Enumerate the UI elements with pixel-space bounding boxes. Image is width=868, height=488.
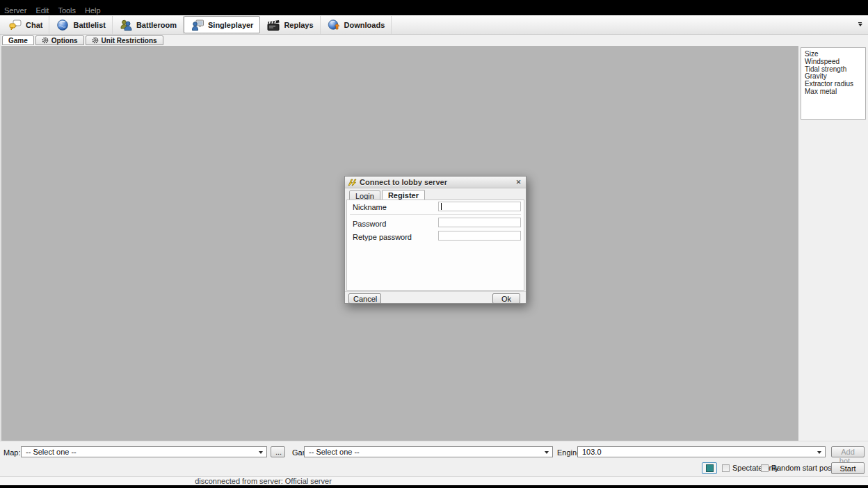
subtab-label: Unit Restrictions <box>102 37 157 44</box>
game-select-value: -- Select one -- <box>309 448 360 456</box>
gear-icon <box>92 37 99 44</box>
chevron-down-icon <box>259 451 263 454</box>
tab-unit-restrictions[interactable]: Unit Restrictions <box>86 35 163 45</box>
toolbar-tab-label: Replays <box>284 21 313 29</box>
people-icon <box>119 19 133 31</box>
cancel-button[interactable]: Cancel <box>348 293 381 304</box>
person-computer-icon <box>191 19 204 31</box>
chat-icon <box>8 19 22 31</box>
status-bar: disconnected from server: Official serve… <box>0 476 868 485</box>
map-info-item: Max metal <box>805 88 865 96</box>
tab-options[interactable]: Options <box>35 35 84 45</box>
connection-status-text: disconnected from server: Official serve… <box>0 477 527 485</box>
clapperboard-icon <box>266 19 280 31</box>
ok-button[interactable]: Ok <box>492 293 520 304</box>
browse-map-button[interactable]: ... <box>271 446 285 457</box>
chevron-down-icon <box>817 451 821 454</box>
map-info-list: Size Windspeed Tidal strength Gravity Ex… <box>801 47 866 120</box>
toolbar-tab-label: Downloads <box>344 21 385 29</box>
toolbar-tab-replays[interactable]: Replays <box>260 16 320 34</box>
toolbar-tab-label: Chat <box>26 21 42 29</box>
tab-register[interactable]: Register <box>382 190 425 200</box>
globe-download-icon <box>327 19 341 31</box>
register-form: Nickname Password Retype password <box>346 200 524 291</box>
dialog-title: Connect to lobby server <box>360 178 447 186</box>
gear-icon <box>42 37 49 44</box>
engine-select[interactable]: 103.0 <box>577 446 826 457</box>
menu-help[interactable]: Help <box>82 6 107 15</box>
main-toolbar: Chat Battlelist <box>0 15 868 35</box>
toolbar-tab-battlelist[interactable]: Battlelist <box>49 16 112 34</box>
app-screen: Server Edit Tools Help Chat <box>0 0 868 488</box>
menu-bar: Server Edit Tools Help <box>1 5 107 15</box>
toolbar-overflow-button[interactable] <box>857 22 863 29</box>
player-color-swatch <box>706 464 714 472</box>
form-divider <box>350 214 521 215</box>
dialog-title-bar[interactable]: Connect to lobby server ✕ <box>345 177 526 188</box>
map-details-panel: Size Windspeed Tidal strength Gravity Ex… <box>798 46 868 441</box>
password-field[interactable] <box>438 218 521 227</box>
nickname-label: Nickname <box>353 203 387 211</box>
singleplayer-subtabs: Game Options Unit Restri <box>2 35 163 46</box>
tab-login[interactable]: Login <box>349 190 380 200</box>
map-info-item: Windspeed <box>805 58 865 66</box>
dialog-button-row: Cancel Ok <box>345 291 526 304</box>
menu-edit[interactable]: Edit <box>33 6 55 15</box>
toolbar-tab-downloads[interactable]: Downloads <box>321 16 392 34</box>
text-cursor <box>441 203 442 210</box>
spectate-only-checkbox[interactable] <box>722 464 730 472</box>
map-label: Map: <box>3 448 20 457</box>
player-color-button[interactable] <box>702 462 717 474</box>
add-bot-button[interactable]: Add bot... <box>831 446 865 457</box>
map-select[interactable]: -- Select one -- <box>21 446 267 457</box>
dialog-tabs: Login Register <box>349 190 425 200</box>
subtab-label: Options <box>51 37 78 44</box>
nickname-field[interactable] <box>438 202 521 211</box>
connect-to-lobby-server-dialog: Connect to lobby server ✕ Login Register… <box>344 176 527 304</box>
globe-icon <box>56 19 70 31</box>
bottom-bar: Map: -- Select one -- ... Game: -- Selec… <box>0 441 868 485</box>
toolbar-tab-label: Singleplayer <box>208 21 253 29</box>
engine-select-value: 103.0 <box>582 448 602 456</box>
subtab-label: Game <box>8 37 28 44</box>
random-start-positions-checkbox[interactable] <box>761 464 769 472</box>
chevron-down-icon <box>545 451 549 454</box>
toolbar-tab-singleplayer[interactable]: Singleplayer <box>184 16 260 33</box>
retype-password-field[interactable] <box>438 231 521 241</box>
toolbar-tab-battleroom[interactable]: Battleroom <box>113 16 184 34</box>
password-label: Password <box>353 220 386 228</box>
tab-game[interactable]: Game <box>2 35 34 45</box>
toolbar-tab-label: Battlelist <box>73 21 105 29</box>
retype-password-label: Retype password <box>353 233 412 241</box>
toolbar-tab-label: Battleroom <box>136 21 177 29</box>
toolbar-tab-chat[interactable]: Chat <box>2 16 49 34</box>
game-select[interactable]: -- Select one -- <box>304 446 553 457</box>
menu-server[interactable]: Server <box>1 6 33 15</box>
start-button[interactable]: Start <box>831 462 865 474</box>
map-select-value: -- Select one -- <box>26 448 77 456</box>
menu-tools[interactable]: Tools <box>55 6 82 15</box>
lightning-icon <box>348 179 357 186</box>
chevron-down-icon <box>858 22 862 23</box>
close-icon[interactable]: ✕ <box>514 179 523 186</box>
